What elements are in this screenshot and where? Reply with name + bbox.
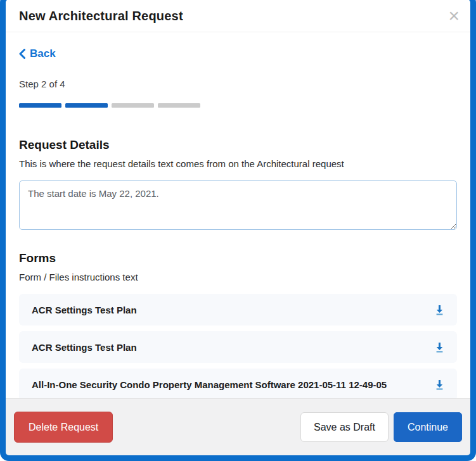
modal-footer: Delete Request Save as Draft Continue bbox=[0, 398, 476, 455]
back-label: Back bbox=[30, 47, 56, 60]
request-details-description: This is where the request details text c… bbox=[19, 158, 457, 169]
continue-button[interactable]: Continue bbox=[394, 412, 462, 442]
progress-segment bbox=[65, 103, 108, 108]
forms-heading: Forms bbox=[19, 251, 457, 265]
progress-bar bbox=[19, 103, 457, 108]
file-name: ACR Settings Test Plan bbox=[32, 342, 137, 353]
request-details-heading: Request Details bbox=[19, 138, 457, 152]
forms-instructions: Form / Files instructions text bbox=[19, 272, 457, 282]
download-icon[interactable] bbox=[432, 339, 447, 355]
footer-right-group: Save as Draft Continue bbox=[300, 412, 462, 442]
modal-title: New Architectural Request bbox=[19, 9, 183, 23]
request-details-textarea[interactable]: The start date is May 22, 2021. bbox=[19, 180, 457, 230]
delete-request-button[interactable]: Delete Request bbox=[14, 412, 113, 443]
progress-segment bbox=[158, 103, 200, 108]
file-name: ACR Settings Test Plan bbox=[32, 305, 137, 315]
modal-body: Back Step 2 of 4 Request Details This is… bbox=[0, 32, 476, 398]
download-icon[interactable] bbox=[432, 377, 447, 393]
file-row: ACR Settings Test Plan bbox=[19, 294, 457, 325]
new-architectural-request-modal: New Architectural Request × Back Step 2 … bbox=[0, 0, 476, 455]
progress-segment bbox=[112, 103, 154, 108]
file-row: ACR Settings Test Plan bbox=[19, 331, 457, 363]
back-link[interactable]: Back bbox=[19, 47, 56, 60]
download-icon[interactable] bbox=[432, 302, 447, 318]
modal-header: New Architectural Request × bbox=[0, 0, 476, 32]
save-as-draft-button[interactable]: Save as Draft bbox=[300, 412, 389, 442]
file-name: All-In-One Security Condo Property Manag… bbox=[32, 379, 387, 390]
file-row: All-In-One Security Condo Property Manag… bbox=[19, 369, 457, 398]
progress-segment bbox=[19, 103, 61, 108]
file-list: ACR Settings Test Plan ACR Settings Test… bbox=[19, 294, 457, 398]
step-indicator: Step 2 of 4 bbox=[19, 79, 457, 89]
chevron-left-icon bbox=[19, 49, 25, 59]
close-icon[interactable]: × bbox=[447, 8, 461, 24]
